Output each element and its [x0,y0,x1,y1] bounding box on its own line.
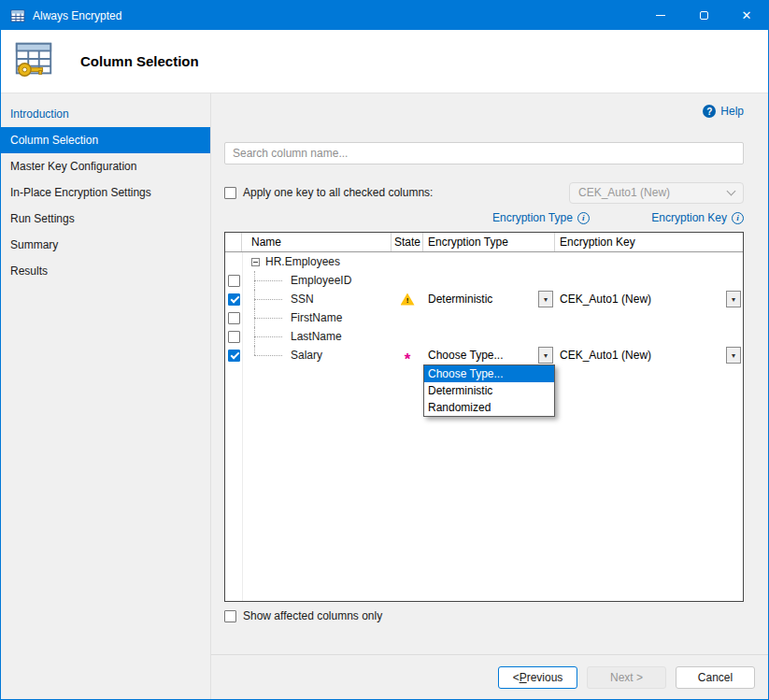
wizard-header: Column Selection [1,30,768,93]
sidebar-item-master-key-configuration[interactable]: Master Key Configuration [1,153,210,179]
column-header-encryption-key: Encryption Key [555,233,743,251]
sidebar-item-results[interactable]: Results [1,258,210,284]
grid-header: Name State Encryption Type Encryption Ke… [225,233,743,252]
apply-key-combo[interactable]: CEK_Auto1 (New) [569,182,744,204]
chevron-down-icon [727,186,736,195]
sidebar-item-introduction[interactable]: Introduction [1,101,210,127]
table-row: Salary * Choose Type... ▾ CEK_Auto1 (New… [225,346,743,364]
always-encrypted-wizard-window: Always Encrypted ✕ [0,0,769,700]
help-icon: ? [703,105,716,118]
window-controls: ✕ [639,1,768,30]
table-row: EmployeeID [225,271,743,290]
sidebar-item-label: Master Key Configuration [10,160,136,173]
content-pane: ? Help Apply one key to all checked colu… [211,93,768,700]
row-checkbox[interactable] [228,275,240,287]
close-button[interactable]: ✕ [725,1,768,30]
column-name-cell: FirstName [242,308,392,327]
close-icon: ✕ [742,9,752,21]
table-row: SSN ! Deterministic ▾ CEK_Auto1 (New) ▾ [225,290,743,308]
row-checkbox[interactable] [228,312,240,324]
wizard-body: Introduction Column Selection Master Key… [1,93,768,700]
sidebar-item-label: In-Place Encryption Settings [10,186,151,199]
column-name-cell: LastName [242,327,392,346]
show-affected-label: Show affected columns only [243,609,382,622]
table-group-row: HR.Employees [225,252,743,271]
titlebar: Always Encrypted ✕ [1,1,768,30]
window-title: Always Encrypted [33,9,121,22]
encryption-key-value: CEK_Auto1 (New) [560,293,726,306]
sidebar-item-summary[interactable]: Summary [1,232,210,258]
wizard-steps-sidebar: Introduction Column Selection Master Key… [1,93,211,700]
dropdown-option-deterministic[interactable]: Deterministic [424,382,554,399]
encryption-type-value: Deterministic [428,293,538,306]
next-button[interactable]: Next > [587,666,666,689]
sidebar-item-label: Column Selection [10,134,98,147]
row-checkbox[interactable] [228,331,240,343]
required-icon: * [405,356,411,364]
apply-key-checkbox[interactable] [224,187,236,199]
sidebar-item-label: Run Settings [10,212,75,225]
table-group-name: HR.Employees [265,255,340,268]
encryption-type-link[interactable]: Encryption Type [492,211,573,224]
maximize-button[interactable] [682,1,725,30]
row-checkbox[interactable] [228,350,240,362]
encryption-type-combo[interactable]: Choose Type... ▾ [423,346,555,364]
wizard-footer: < Previous Next > Cancel [211,654,768,700]
columns-grid: Name State Encryption Type Encryption Ke… [224,232,744,602]
show-affected-checkbox[interactable] [224,610,236,622]
encryption-key-combo[interactable]: CEK_Auto1 (New) ▾ [555,346,743,364]
search-input[interactable] [224,142,744,164]
tree-collapse-icon[interactable] [251,258,260,266]
minimize-button[interactable] [639,1,682,30]
app-icon [10,8,25,23]
column-name-cell: EmployeeID [242,271,392,290]
warning-icon: ! [401,293,415,306]
apply-key-combo-value: CEK_Auto1 (New) [578,186,670,199]
minimize-icon [656,15,665,16]
column-header-encryption-type: Encryption Type [423,233,555,251]
encryption-type-dropdown: Choose Type... Deterministic Randomized [423,364,555,417]
encryption-key-info-icon[interactable]: i [732,212,744,224]
dropdown-arrow-icon[interactable]: ▾ [726,291,741,307]
column-name-cell: Salary [242,346,392,364]
encryption-type-combo[interactable]: Deterministic ▾ [423,290,555,308]
dropdown-arrow-icon[interactable]: ▾ [726,347,741,364]
dropdown-option-choose-type[interactable]: Choose Type... [424,365,554,382]
row-checkbox[interactable] [228,293,240,306]
page-title: Column Selection [80,53,199,69]
sidebar-item-label: Introduction [10,107,69,121]
column-name-cell: SSN [242,290,392,308]
column-header-state: State [392,233,423,251]
previous-button[interactable]: < Previous [498,666,577,689]
apply-key-label: Apply one key to all checked columns: [243,186,433,199]
column-header-name: Name [242,233,392,251]
encryption-key-value: CEK_Auto1 (New) [560,349,726,362]
encryption-type-info-icon[interactable]: i [577,212,590,224]
encryption-type-value: Choose Type... [428,349,538,362]
sidebar-item-column-selection[interactable]: Column Selection [1,127,210,153]
maximize-icon [700,11,708,20]
sidebar-item-label: Summary [10,238,58,251]
column-selection-icon [12,38,55,84]
encryption-key-link[interactable]: Encryption Key [651,211,727,224]
dropdown-arrow-icon[interactable]: ▾ [538,347,553,364]
table-row: LastName [225,327,743,346]
sidebar-item-run-settings[interactable]: Run Settings [1,206,210,232]
sidebar-item-label: Results [10,264,48,278]
help-link[interactable]: Help [720,105,744,118]
dropdown-option-randomized[interactable]: Randomized [424,399,554,416]
dropdown-arrow-icon[interactable]: ▾ [538,291,553,307]
column-header-checkbox [225,233,242,251]
encryption-key-combo[interactable]: CEK_Auto1 (New) ▾ [555,290,743,308]
table-row: FirstName [225,308,743,327]
sidebar-item-in-place-encryption-settings[interactable]: In-Place Encryption Settings [1,179,210,206]
cancel-button[interactable]: Cancel [676,666,755,689]
